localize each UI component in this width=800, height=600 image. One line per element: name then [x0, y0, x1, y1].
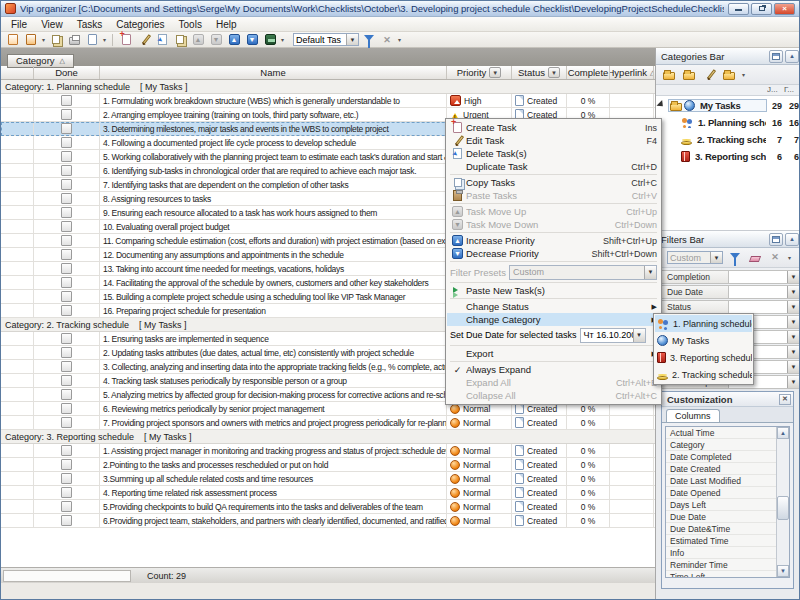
- filter-row-completion[interactable]: Completion▼: [657, 270, 800, 284]
- column-header-status[interactable]: Status▼: [512, 66, 567, 79]
- column-option-days-left[interactable]: Days Left: [666, 499, 776, 511]
- chevron-down-icon[interactable]: ▾: [41, 36, 46, 43]
- scroll-thumb[interactable]: [777, 496, 789, 520]
- chevron-down-icon[interactable]: ▼: [346, 34, 358, 45]
- menu-decrease-priority[interactable]: ▼Decrease PriorityShift+Ctrl+Down: [447, 247, 660, 260]
- category-group-row[interactable]: Category: 3. Reporting schedule[ My Task…: [1, 430, 655, 444]
- submenu-my-tasks[interactable]: My Tasks: [655, 332, 752, 349]
- filter-value[interactable]: ▼: [729, 270, 800, 284]
- done-checkbox[interactable]: [61, 445, 72, 456]
- column-option-date-opened[interactable]: Date Opened: [666, 487, 776, 499]
- menu-paste-new-task-s-[interactable]: Paste New Task(s): [447, 284, 660, 297]
- column-option-actual-time[interactable]: Actual Time: [666, 427, 776, 439]
- column-header-name[interactable]: Name: [100, 66, 447, 79]
- categories-window-button[interactable]: [769, 50, 783, 63]
- menu-set-due-date[interactable]: Set Due Date for selected tasksЧт 16.10.…: [447, 326, 660, 344]
- menu-view[interactable]: View: [34, 18, 70, 31]
- chevron-down-icon[interactable]: ▼: [787, 271, 799, 283]
- done-checkbox[interactable]: [61, 165, 72, 176]
- menu-categories[interactable]: Categories: [109, 18, 171, 31]
- column-header-complete[interactable]: Complete: [567, 66, 610, 79]
- filter-dropdown-icon[interactable]: ▼: [489, 67, 501, 78]
- done-checkbox[interactable]: [61, 263, 72, 274]
- done-checkbox[interactable]: [61, 361, 72, 372]
- submenu-3-reporting-schedule[interactable]: 3. Reporting schedule: [655, 349, 752, 366]
- done-checkbox[interactable]: [61, 501, 72, 512]
- decrease-priority-button[interactable]: ▼: [244, 33, 260, 47]
- tab-columns[interactable]: Columns: [666, 409, 720, 422]
- menu-always-expand[interactable]: ✓Always Expand: [447, 363, 660, 376]
- filters-toolbar-overflow[interactable]: ▾: [787, 254, 792, 261]
- task-row[interactable]: 1. Assisting project manager in monitori…: [1, 444, 655, 458]
- task-view-combo[interactable]: Default Tas▼: [293, 33, 359, 46]
- scroll-down-icon[interactable]: ▼: [777, 565, 789, 577]
- done-checkbox[interactable]: [61, 137, 72, 148]
- set-due-date-combo[interactable]: Чт 16.10.2008▼: [580, 328, 646, 343]
- category-group-row[interactable]: Category: 1. Planning schedule[ My Tasks…: [1, 80, 655, 94]
- create-task-button[interactable]: [118, 33, 134, 47]
- done-checkbox[interactable]: [61, 249, 72, 260]
- category-node-3-reporting-schedule[interactable]: 3. Reporting schedule66: [656, 148, 800, 165]
- chevron-down-icon[interactable]: ▼: [787, 346, 799, 358]
- done-checkbox[interactable]: [61, 305, 72, 316]
- column-option-date-completed[interactable]: Date Completed: [666, 451, 776, 463]
- done-checkbox[interactable]: [61, 459, 72, 470]
- done-checkbox[interactable]: [61, 151, 72, 162]
- task-row[interactable]: 1. Formulating work breakdown structure …: [1, 94, 655, 108]
- delete-task-button[interactable]: [154, 33, 170, 47]
- done-checkbox[interactable]: [61, 235, 72, 246]
- category-node-2-tracking-schedule[interactable]: 2. Tracking schedule77: [656, 131, 800, 148]
- task-row[interactable]: 3.Summing up all schedule related costs …: [1, 472, 655, 486]
- scroll-up-icon[interactable]: ▲: [777, 427, 789, 439]
- chevron-down-icon[interactable]: ▼: [787, 376, 799, 388]
- column-option-date-last-modified[interactable]: Date Last Modified: [666, 475, 776, 487]
- menu-edit-task[interactable]: Edit TaskF4: [447, 134, 660, 147]
- task-row[interactable]: 5.Providing checkpoints to build QA requ…: [1, 500, 655, 514]
- toolbar-overflow[interactable]: ▾: [397, 36, 402, 43]
- print-button[interactable]: [66, 33, 82, 47]
- done-checkbox[interactable]: [61, 193, 72, 204]
- column-option-date-created[interactable]: Date Created: [666, 463, 776, 475]
- task-row[interactable]: 7. Providing project sponsors and owners…: [1, 416, 655, 430]
- done-checkbox[interactable]: [61, 347, 72, 358]
- task-row[interactable]: 6.Providing project team, stakeholders, …: [1, 514, 655, 528]
- menu-tasks[interactable]: Tasks: [70, 18, 110, 31]
- chevron-down-icon[interactable]: ▼: [787, 361, 799, 373]
- column-option-estimated-time[interactable]: Estimated Time: [666, 535, 776, 547]
- chevron-down-icon[interactable]: ▼: [787, 331, 799, 343]
- submenu-2-tracking-schedule[interactable]: 2. Tracking schedule: [655, 366, 752, 383]
- menu-change-status[interactable]: Change Status▶: [447, 300, 660, 313]
- done-checkbox[interactable]: [61, 207, 72, 218]
- categories-toolbar-overflow[interactable]: ▾: [741, 71, 746, 78]
- task-tree-view-button[interactable]: [262, 33, 278, 47]
- filters-window-button[interactable]: [769, 233, 783, 246]
- column-header-done[interactable]: Done: [34, 66, 100, 79]
- menu-tools[interactable]: Tools: [172, 18, 209, 31]
- chevron-down-icon[interactable]: ▼: [710, 252, 722, 263]
- column-option-info[interactable]: Info: [666, 547, 776, 559]
- increase-priority-button[interactable]: ▲: [226, 33, 242, 47]
- column-option-category[interactable]: Category: [666, 439, 776, 451]
- filter-preset-combo[interactable]: Custom ▼: [667, 251, 723, 264]
- categories-collapse-button[interactable]: ▴: [785, 50, 799, 63]
- done-checkbox[interactable]: [61, 515, 72, 526]
- apply-filter-button[interactable]: [727, 251, 743, 265]
- chevron-down-icon[interactable]: ▼: [787, 316, 799, 328]
- submenu-1-planning-schedule[interactable]: 1. Planning schedule: [655, 315, 752, 332]
- done-checkbox[interactable]: [61, 473, 72, 484]
- column-header-priority[interactable]: Priority▼: [447, 66, 512, 79]
- new-category-button[interactable]: [661, 68, 677, 82]
- delete-category-button[interactable]: [721, 68, 737, 82]
- erase-filter-button[interactable]: [747, 251, 763, 265]
- chevron-down-icon[interactable]: ▼: [787, 286, 799, 298]
- done-checkbox[interactable]: [61, 487, 72, 498]
- done-checkbox[interactable]: [61, 333, 72, 344]
- edit-category-button[interactable]: [701, 68, 717, 82]
- chevron-down-icon[interactable]: ▾: [102, 36, 107, 43]
- menu-create-task[interactable]: Create TaskIns: [447, 121, 660, 134]
- chevron-down-icon[interactable]: ▼: [633, 329, 645, 342]
- filter-button[interactable]: [361, 33, 377, 47]
- column-option-due-date[interactable]: Due Date: [666, 511, 776, 523]
- minimize-button[interactable]: [728, 3, 749, 15]
- columns-scrollbar[interactable]: ▲ ▼: [776, 427, 789, 577]
